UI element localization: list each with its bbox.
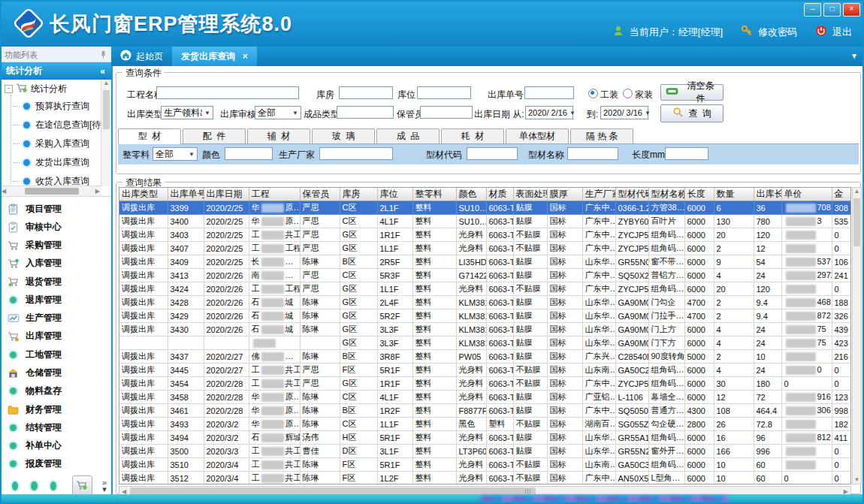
column-header[interactable]: 颜色	[456, 188, 486, 201]
location-input[interactable]	[417, 86, 471, 99]
collapse-icon[interactable]: «	[100, 66, 105, 77]
tab-close-icon[interactable]: ×	[243, 51, 248, 62]
sidebar-item[interactable]: 入库管理	[0, 255, 111, 272]
table-row[interactable]: 调拨出库33992020/2/25华原…严思C区2L1F整料SU10…6063-…	[119, 201, 851, 215]
column-header[interactable]: 整零料	[412, 188, 456, 201]
column-header[interactable]: 保管员	[300, 188, 340, 201]
profile-name-input[interactable]	[567, 147, 618, 160]
collapsed-item-dot-icon[interactable]	[11, 480, 20, 492]
date-from-picker[interactable]: 2020/ 2/16▼	[525, 106, 573, 119]
project-name-input[interactable]	[156, 86, 299, 99]
table-row[interactable]: 调拨出库34242020/2/26工工程严思G区1L1F整料光身料6063-T5…	[119, 282, 851, 296]
factory-input[interactable]	[319, 147, 393, 160]
column-header[interactable]: 膜厚	[547, 188, 582, 201]
minimize-icon[interactable]: –	[804, 3, 821, 17]
tree-item[interactable]: 预算执行查询	[0, 97, 101, 116]
tree-item[interactable]: 采购入库查询	[0, 134, 101, 153]
out-type-combo[interactable]: 生产领料出库▼	[161, 106, 213, 119]
tree-item[interactable]: 收货入库查询	[0, 172, 101, 186]
material-tab[interactable]: 耗 材	[441, 128, 504, 143]
collapsed-item-dot-icon[interactable]	[49, 480, 58, 492]
material-tab[interactable]: 辅 材	[247, 128, 310, 143]
column-header[interactable]: 型材代码	[615, 188, 648, 201]
column-header[interactable]: 出库长度	[754, 188, 781, 201]
warehouse-input[interactable]	[339, 86, 393, 99]
column-header[interactable]: 表面处理	[513, 188, 547, 201]
table-row[interactable]: 调拨出库34452020/2/27工共工程严思F区5R1F整料光身料6063-T…	[119, 364, 851, 377]
order-no-input[interactable]	[524, 86, 574, 99]
profile-code-input[interactable]	[467, 147, 518, 160]
radio-jiazhuang[interactable]	[623, 89, 633, 98]
logout-link[interactable]: 退出	[832, 26, 852, 39]
tree-horizontal-scrollbar[interactable]: ◀▶	[0, 186, 101, 196]
material-tab[interactable]: 成 品	[376, 128, 440, 143]
table-row[interactable]: 调拨出库34292020/2/26石城陈琳G区5R2F整料KLM38176063…	[119, 309, 851, 323]
tab-overflow-icon[interactable]: ▼	[850, 52, 858, 60]
sidebar-item[interactable]: 结转管理	[0, 419, 111, 436]
more-panels-button[interactable]: »▾	[102, 479, 107, 493]
sidebar-item[interactable]: 物料盘存	[0, 383, 111, 400]
length-input[interactable]	[665, 147, 708, 160]
radio-jiazhuang-label[interactable]: 家装	[635, 89, 653, 101]
table-row[interactable]: 调拨出库34942020/3/2石辉城汤伟H区5R1F整料光身料6063-T5贴…	[119, 431, 851, 445]
column-header[interactable]: 长度	[684, 188, 714, 201]
keeper-input[interactable]	[420, 106, 473, 119]
radio-gongzhuang[interactable]	[588, 89, 598, 98]
table-row[interactable]: 调拨出库34002020/2/25华原…严思C区4L1F整料SU10…6063-…	[119, 215, 851, 228]
table-row[interactable]: 调拨出库34582020/2/28华原…陈琳C区4L1F整料光身料6063-T5…	[119, 391, 851, 404]
column-header[interactable]: 数量	[714, 188, 754, 201]
sidebar-item[interactable]: 采购管理	[0, 237, 111, 254]
column-header[interactable]: 生产厂家	[582, 188, 615, 201]
material-tab[interactable]: 型 材	[118, 128, 181, 144]
material-tab[interactable]: 玻 璃	[312, 128, 375, 143]
table-row[interactable]: 调拨出库34072020/2/25工工程严思G区1L1F整料光身料6063-T5…	[119, 242, 851, 255]
table-row[interactable]: 调拨出库34282020/2/26石城陈琳G区2L4F整料KLM38176063…	[119, 296, 851, 309]
tree-root-item[interactable]: - 统计分析	[0, 80, 101, 97]
sidebar-item[interactable]: 项目管理	[0, 201, 111, 217]
sidebar-item[interactable]: 报废管理	[0, 456, 111, 472]
tab-shipment-outbound-query[interactable]: 发货出库查询 ×	[172, 47, 257, 66]
tree-item[interactable]: 发货出库查询	[0, 153, 101, 172]
material-tab[interactable]: 配 件	[183, 128, 246, 143]
table-row[interactable]: 调拨出库34092020/2/25长…陈琳B区2R5F整料LI35HD6063-…	[119, 255, 851, 269]
pin-icon[interactable]	[100, 50, 107, 60]
change-password-link[interactable]: 修改密码	[758, 26, 797, 39]
tree-expander-icon[interactable]: -	[5, 85, 13, 93]
column-header[interactable]: 出库日期	[204, 188, 249, 201]
material-tab[interactable]: 单体型材	[506, 128, 569, 143]
table-row[interactable]: 调拨出库35002020/3/3工共工程曹佳D区3L1F整料LT3P606063…	[119, 445, 851, 458]
whole-part-combo[interactable]: 全部▼	[153, 147, 198, 161]
column-header[interactable]: 库位	[377, 188, 412, 201]
cart-tool-button[interactable]	[72, 475, 92, 496]
material-tab[interactable]: 隔 热 条	[570, 128, 633, 143]
sidebar-item[interactable]: 工地管理	[0, 346, 111, 363]
sidebar-item[interactable]: 退货管理	[0, 273, 111, 290]
audit-combo[interactable]: 全部▼	[255, 106, 301, 119]
column-header[interactable]: 金	[832, 188, 851, 201]
close-icon[interactable]: ×	[843, 3, 860, 17]
date-to-picker[interactable]: 2020/ 3/16▼	[600, 106, 648, 119]
tree-item[interactable]: 在途信息查询[待	[0, 116, 101, 134]
table-row[interactable]: 调拨出库34932020/3/2华原…陈琳C区1L1F整料黑色塑料不贴膜国标湖南…	[119, 418, 851, 431]
table-row[interactable]: 调拨出库34372020/2/27佛…陈琳B区3R8F整料PW056063-T5…	[119, 350, 851, 364]
column-header[interactable]: 型材名称	[648, 188, 684, 201]
column-header[interactable]: 单价	[781, 188, 832, 201]
maximize-icon[interactable]: □	[823, 3, 841, 17]
sidebar-item[interactable]: 补单中心	[0, 438, 111, 454]
tree-vertical-scrollbar[interactable]: ▲	[101, 80, 111, 186]
column-header[interactable]: 材质	[486, 188, 513, 201]
sidebar-item[interactable]: 退库管理	[0, 291, 111, 308]
clear-conditions-button[interactable]: 清空条件	[660, 84, 724, 101]
sidebar-item[interactable]: 出库管理	[0, 328, 111, 345]
table-row[interactable]: 调拨出库34302020/2/26石城陈琳G区3L3F整料KLM38176063…	[119, 323, 851, 337]
color-input[interactable]	[225, 147, 273, 160]
radio-gongzhuang-label[interactable]: 工装	[600, 89, 618, 101]
grid-vertical-scrollbar[interactable]: ▲▼	[852, 187, 862, 484]
sidebar-item[interactable]: 财务管理	[0, 401, 111, 418]
column-header[interactable]: 出库类型	[119, 188, 168, 201]
sidebar-item[interactable]: 生产管理	[0, 310, 111, 327]
sidebar-item[interactable]: 仓储管理	[0, 365, 111, 382]
table-row[interactable]: G区3L3F整料KLM38176063-T5贴膜国标山东华…GA90M09.门下…	[119, 337, 851, 350]
sidebar-item[interactable]: 审核中心	[0, 219, 111, 235]
column-header[interactable]: 出库单号	[168, 188, 204, 201]
